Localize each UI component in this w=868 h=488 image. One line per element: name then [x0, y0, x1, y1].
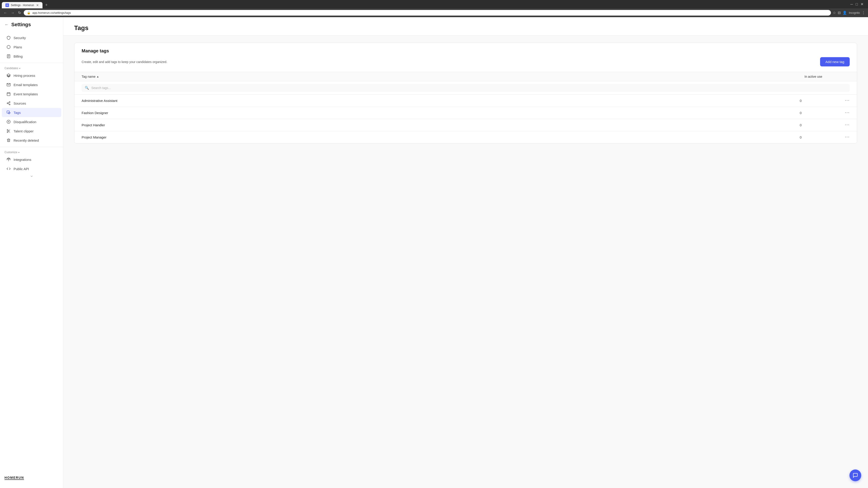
tag-count-cell: 0 — [800, 111, 845, 115]
browser-toolbar: ← → ↻ 🔒 app.homerun.co/settings/tags ☆ ⊟… — [0, 8, 868, 17]
search-icon: 🔍 — [85, 86, 89, 90]
tab-favicon: H — [5, 3, 9, 7]
tag-actions-button[interactable]: ··· — [845, 123, 850, 127]
sidebar-item-security-label: Security — [13, 36, 26, 40]
search-input[interactable] — [91, 86, 846, 90]
sidebar-item-integrations-label: Integrations — [13, 158, 31, 162]
content-area: Manage tags Create, edit and add tags to… — [63, 35, 868, 151]
table-row: Project Handler 0 ··· — [74, 119, 857, 131]
receipt-icon — [6, 54, 11, 59]
restore-button[interactable]: □ — [856, 2, 858, 6]
table-row: Project Manager 0 ··· — [74, 131, 857, 143]
circle-x-icon — [6, 120, 11, 124]
sidebar-item-public-api-label: Public API — [13, 167, 29, 171]
homerun-logo: HOMERUN — [0, 472, 63, 484]
forward-button[interactable]: → — [10, 10, 16, 16]
address-bar[interactable]: 🔒 app.homerun.co/settings/tags — [24, 10, 831, 15]
tag-name-cell: Project Manager — [82, 135, 800, 139]
tag-count-cell: 0 — [800, 135, 845, 139]
sidebar-divider-2 — [0, 147, 63, 147]
search-row: 🔍 — [74, 81, 857, 95]
close-button[interactable]: ✕ — [861, 2, 864, 6]
tags-toolbar: Create, edit and add tags to keep your c… — [74, 57, 857, 72]
main-content: Tags Manage tags Create, edit and add ta… — [63, 17, 868, 488]
svg-point-11 — [7, 103, 8, 104]
customize-chevron-icon: ▾ — [18, 151, 20, 154]
tag-count-cell: 0 — [800, 123, 845, 127]
sidebar-back-button[interactable]: ← — [4, 22, 8, 27]
svg-rect-15 — [7, 111, 9, 113]
app-container: ← Settings Security Plans Billin — [0, 17, 868, 488]
search-input-wrapper: 🔍 — [82, 84, 850, 92]
sidebar-item-hiring-process[interactable]: Hiring process — [2, 71, 61, 80]
sidebar-scroll-down-indicator — [0, 173, 63, 179]
svg-point-20 — [7, 131, 8, 133]
svg-rect-6 — [7, 93, 10, 96]
sidebar-item-tags-label: Tags — [13, 111, 21, 115]
tag-icon — [6, 110, 11, 115]
svg-line-23 — [8, 130, 8, 131]
sidebar-item-tags[interactable]: Tags — [2, 108, 61, 117]
sidebar-title: Settings — [11, 22, 31, 28]
window-controls: ─ □ ✕ — [848, 2, 866, 8]
sidebar-item-recently-deleted[interactable]: Recently deleted — [2, 136, 61, 145]
sidebar-item-email-templates-label: Email templates — [13, 83, 38, 87]
sidebar-item-disqualification[interactable]: Disqualification — [2, 117, 61, 126]
sidebar-section-account: Security Plans Billing — [0, 33, 63, 61]
tag-name-cell: Fashion Designer — [82, 111, 800, 115]
sidebar-item-event-templates[interactable]: Event templates — [2, 90, 61, 98]
url-text: app.homerun.co/settings/tags — [32, 11, 828, 14]
tag-actions-button[interactable]: ··· — [845, 98, 850, 103]
menu-icon[interactable]: ⋮ — [862, 11, 865, 15]
sort-icon: ▲ — [96, 75, 99, 78]
svg-point-19 — [7, 129, 8, 131]
svg-point-10 — [9, 102, 10, 103]
tab-close-button[interactable]: ✕ — [36, 4, 39, 7]
sidebar-item-integrations[interactable]: Integrations — [2, 155, 61, 164]
puzzle-icon — [6, 157, 11, 162]
svg-line-13 — [8, 103, 9, 104]
sidebar-item-security[interactable]: Security — [2, 33, 61, 42]
page-title: Tags — [74, 24, 857, 32]
sidebar-item-plans-label: Plans — [13, 45, 22, 49]
tag-name-cell: Administrative Assistant — [82, 99, 800, 103]
chat-bubble-button[interactable] — [849, 469, 861, 481]
scissors-icon — [6, 129, 11, 133]
toolbar-actions: ☆ ⊟ 👤 Incognito ⋮ — [833, 11, 865, 15]
tag-actions-button[interactable]: ··· — [845, 110, 850, 115]
reload-button[interactable]: ↻ — [17, 10, 22, 16]
col-tag-name-header[interactable]: Tag name ▲ — [82, 75, 804, 78]
shield-icon — [6, 35, 11, 40]
sidebar-divider-1 — [0, 63, 63, 63]
profile-icon[interactable]: 👤 — [842, 11, 847, 15]
browser-tab[interactable]: H Settings · Homerun ✕ — [2, 2, 42, 8]
minimize-button[interactable]: ─ — [850, 2, 853, 6]
bookmark-icon[interactable]: ☆ — [833, 11, 836, 15]
sidebar-item-disqualification-label: Disqualification — [13, 120, 36, 124]
sidebar-header: ← Settings — [0, 22, 63, 33]
sidebar-item-talent-clipper[interactable]: Talent clipper — [2, 127, 61, 135]
table-header: Tag name ▲ In active use — [74, 72, 857, 81]
customize-section-label[interactable]: Customize ▾ — [0, 149, 63, 155]
candidates-section-label[interactable]: Candidates ▾ — [0, 65, 63, 71]
new-tab-button[interactable]: + — [43, 2, 50, 8]
sidebar-item-hiring-process-label: Hiring process — [13, 74, 35, 77]
manage-title: Manage tags — [82, 48, 850, 54]
sidebar-item-plans[interactable]: Plans — [2, 42, 61, 52]
incognito-label: Incognito — [849, 11, 860, 14]
back-button[interactable]: ← — [3, 10, 8, 16]
sidebar-item-sources[interactable]: Sources — [2, 99, 61, 108]
add-new-tag-button[interactable]: Add new tag — [820, 57, 850, 66]
split-view-icon[interactable]: ⊟ — [838, 11, 841, 15]
tag-actions-button[interactable]: ··· — [845, 135, 850, 140]
sidebar-item-billing[interactable]: Billing — [2, 52, 61, 61]
manage-header: Manage tags — [74, 43, 857, 54]
sidebar-item-public-api[interactable]: Public API — [2, 164, 61, 173]
browser-chrome: H Settings · Homerun ✕ + ─ □ ✕ ← → ↻ 🔒 a… — [0, 0, 868, 17]
sidebar: ← Settings Security Plans Billin — [0, 17, 63, 488]
svg-point-12 — [9, 104, 10, 105]
svg-line-14 — [8, 102, 9, 103]
sidebar-item-recently-deleted-label: Recently deleted — [13, 138, 39, 142]
tag-name-cell: Project Handler — [82, 123, 800, 127]
sidebar-item-email-templates[interactable]: Email templates — [2, 80, 61, 89]
